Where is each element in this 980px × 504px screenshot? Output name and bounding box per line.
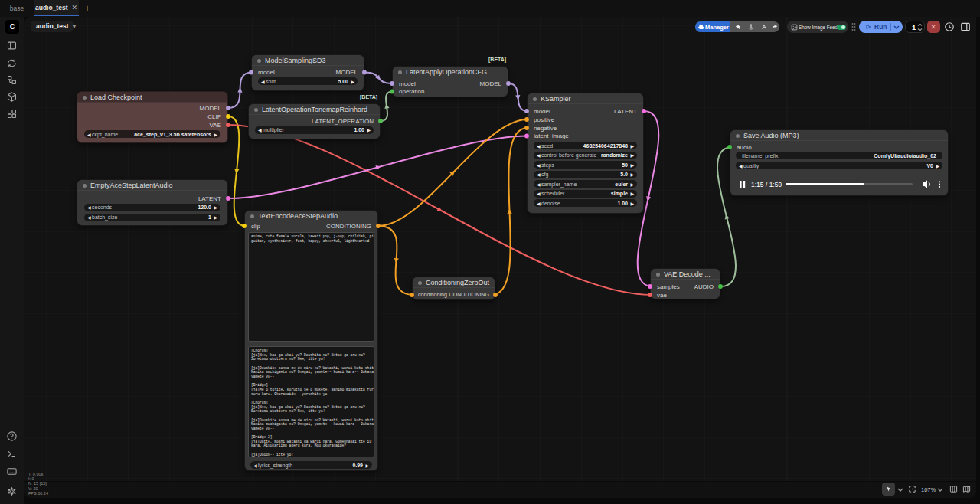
svg-text:1:15 / 1:59: 1:15 / 1:59 <box>751 181 782 188</box>
